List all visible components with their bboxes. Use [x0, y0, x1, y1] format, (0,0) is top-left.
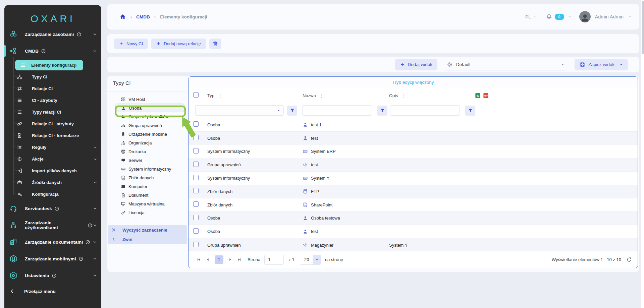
- row-checkbox[interactable]: [193, 135, 199, 140]
- chevron-down-icon[interactable]: [534, 15, 537, 18]
- table-row[interactable]: Osobatest: [189, 225, 638, 238]
- ci-type-grupa-u-ytkownik-w[interactable]: Grupa użytkowników: [107, 112, 188, 121]
- sidebar-subitem-typy-ci[interactable]: Typy CI: [4, 71, 101, 83]
- collapse-button[interactable]: Zwiń: [108, 235, 187, 244]
- sidebar-subitem-regu-y[interactable]: Reguły: [4, 141, 101, 153]
- table-row[interactable]: Zbiór danychFTP: [189, 185, 638, 198]
- per-page-label: na stronę: [325, 257, 343, 262]
- table-row[interactable]: System informatycznySystem Y: [189, 172, 638, 185]
- scrollbar-thumb[interactable]: [642, 1, 644, 54]
- row-checkbox[interactable]: [193, 201, 199, 207]
- kebab-icon[interactable]: ⋮: [218, 93, 223, 98]
- breadcrumb-cmdb[interactable]: CMDB: [136, 14, 150, 19]
- ci-type-maszyna-wirtualna[interactable]: Maszyna wirtualna: [107, 199, 188, 208]
- row-checkbox[interactable]: [193, 215, 199, 220]
- sidebar-subitem-akcje[interactable]: Akcje: [4, 153, 101, 165]
- home-icon[interactable]: [119, 13, 126, 20]
- ci-type-dokument[interactable]: Dokument: [107, 191, 188, 199]
- chevron-down-icon[interactable]: [628, 15, 632, 18]
- filter-typ-button[interactable]: [287, 106, 297, 116]
- page-size-select[interactable]: 20: [300, 255, 321, 265]
- ci-type-grupa-uprawnie[interactable]: Grupa uprawnień: [107, 121, 188, 130]
- ci-type-licencja[interactable]: Licencja: [107, 208, 188, 217]
- page-scrollbar[interactable]: [641, 0, 644, 308]
- sidebar-subitem-elementy-konfiguracji[interactable]: Elementy konfiguracji: [15, 60, 83, 70]
- user-name[interactable]: Admin Admin: [595, 14, 624, 19]
- row-checkbox[interactable]: [193, 148, 199, 153]
- table-row[interactable]: Grupa uprawnieńtest: [189, 158, 638, 172]
- filter-typ-select[interactable]: [195, 105, 284, 116]
- sidebar-subitem-konfiguracja[interactable]: Konfiguracja: [4, 188, 101, 200]
- filter-nazwa-button[interactable]: [377, 106, 387, 116]
- table-row[interactable]: Osobatest: [189, 132, 638, 145]
- row-checkbox[interactable]: [193, 121, 199, 127]
- table-row[interactable]: Grupa uprawnieńMagazynierSystem Y: [189, 238, 638, 252]
- sidebar-subitem-typy-relacji-ci[interactable]: Typy relacji CI: [4, 106, 101, 118]
- bell-icon[interactable]: [546, 13, 552, 20]
- filter-opis-button[interactable]: [465, 106, 475, 116]
- current-page-button[interactable]: 1: [215, 255, 223, 264]
- last-page-icon[interactable]: [237, 257, 241, 262]
- table-row[interactable]: OsobaOsoba testowa: [189, 212, 638, 225]
- kebab-icon[interactable]: ⋮: [401, 93, 407, 98]
- sidebar-item-zarz-dzanie-zasobami[interactable]: Zarządzanie zasobami: [4, 26, 101, 43]
- add-view-button[interactable]: Dodaj widok: [395, 59, 437, 70]
- sidebar-item-zarz-dzanie-mobilnymi[interactable]: Zarządzanie mobilnymi: [4, 250, 101, 267]
- filter-nazwa-input[interactable]: [302, 105, 372, 116]
- delete-button[interactable]: [209, 39, 221, 49]
- refresh-icon[interactable]: [626, 257, 632, 263]
- avatar[interactable]: [579, 11, 591, 22]
- row-checkbox[interactable]: [193, 228, 199, 234]
- ci-type-serwer[interactable]: Serwer: [107, 156, 188, 165]
- sidebar-subitem-r-d-a-danych[interactable]: Źródła danych: [4, 177, 101, 188]
- prev-page-icon[interactable]: [206, 257, 210, 262]
- sidebar-item-zarz-dzanie-u-ytkownikami[interactable]: Zarządzanie użytkownikami: [4, 217, 101, 234]
- kebab-icon[interactable]: ⋮: [319, 93, 324, 98]
- org-icon: [121, 140, 126, 145]
- cell-typ: System informatyczny: [207, 176, 303, 181]
- add-relation-button[interactable]: Dodaj nową relację: [151, 39, 206, 49]
- select-all-checkbox[interactable]: [193, 92, 199, 98]
- sidebar-item-cmdb[interactable]: CMDB: [4, 43, 101, 59]
- sidebar-subitem-relacje-ci-formularze[interactable]: Relacje CI - formularze: [4, 130, 101, 141]
- sidebar-subitem-ci-atrybuty[interactable]: CI - atrybuty: [4, 95, 101, 106]
- pdf-icon[interactable]: PDF: [483, 93, 489, 99]
- save-view-button[interactable]: Zapisz widok: [575, 59, 628, 70]
- ci-type-vm-host[interactable]: VM Host: [107, 95, 188, 104]
- sidebar-item-zarz-dzanie-dokumentami[interactable]: Zarządzanie dokumentami: [4, 234, 101, 250]
- sidebar-item-servicedesk[interactable]: Servicedesk: [4, 200, 101, 217]
- table-row[interactable]: Zbiór danychSharePoint: [189, 198, 638, 212]
- ci-type-organizacja[interactable]: Organizacja: [107, 138, 188, 147]
- sidebar-subitem-relacje-ci-atrybuty[interactable]: Relacje CI - atrybuty: [4, 118, 101, 130]
- view-select[interactable]: Default: [445, 59, 567, 70]
- ci-type-urz-dzenie-mobilne[interactable]: Urządzenie mobilne: [107, 130, 188, 138]
- chevron-down-icon[interactable]: [569, 15, 572, 18]
- menu-toggle-button[interactable]: Przełącz menu: [4, 289, 101, 294]
- sidebar-nav: Zarządzanie zasobamiCMDBElementy konfigu…: [4, 26, 101, 284]
- row-checkbox[interactable]: [193, 188, 199, 193]
- excel-icon[interactable]: X: [475, 93, 481, 99]
- page-input[interactable]: [264, 255, 284, 265]
- sidebar-subitem-import-plik-w-danych[interactable]: Import plików danych: [4, 165, 101, 177]
- ci-type-system-informatyczny[interactable]: System informatyczny: [107, 165, 188, 173]
- row-checkbox[interactable]: [193, 162, 199, 167]
- notification-badge[interactable]: 0: [555, 14, 564, 20]
- table-row[interactable]: System informatycznySystem ERP: [189, 145, 638, 159]
- new-ci-button[interactable]: Nowy CI: [114, 39, 148, 49]
- page-size-value: 20: [300, 255, 313, 264]
- row-checkbox[interactable]: [193, 175, 199, 180]
- language-selector[interactable]: PL: [525, 14, 531, 19]
- ci-type-osoba[interactable]: Osoba: [115, 104, 184, 112]
- sidebar-item-ustawienia[interactable]: Ustawienia: [4, 267, 101, 284]
- row-checkbox[interactable]: [193, 242, 199, 247]
- first-page-icon[interactable]: [197, 257, 201, 262]
- ci-type-komputer[interactable]: Komputer: [107, 182, 188, 191]
- ci-type-zbi-r-danych[interactable]: Zbiór danych: [107, 173, 188, 182]
- sidebar-subitem-relacje-ci[interactable]: Relacje CI: [4, 83, 101, 95]
- table-row[interactable]: Osobatest 1: [189, 118, 638, 132]
- filter-opis-input[interactable]: [390, 105, 460, 116]
- next-page-icon[interactable]: [228, 257, 232, 262]
- clear-selection-button[interactable]: Wyczyść zaznaczenie: [108, 226, 187, 234]
- ci-type-drukarka[interactable]: Drukarka: [107, 147, 188, 156]
- cell-nazwa: System Y: [303, 176, 389, 181]
